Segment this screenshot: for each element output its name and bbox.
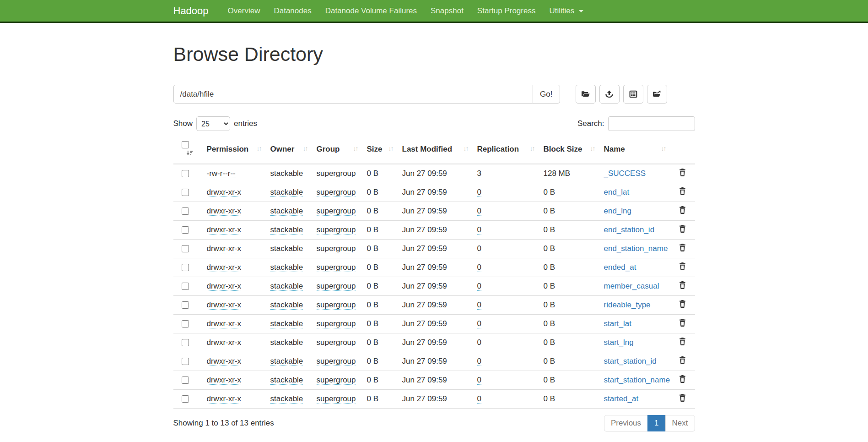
nav-item-datanodes[interactable]: Datanodes xyxy=(267,0,318,22)
replication-value[interactable]: 0 xyxy=(477,319,481,328)
row-checkbox[interactable] xyxy=(182,339,189,346)
permission-value[interactable]: -rw-r--r-- xyxy=(207,169,236,178)
column-header-replication[interactable]: Replication ↓↑ xyxy=(473,135,539,164)
row-checkbox[interactable] xyxy=(182,301,189,309)
group-value[interactable]: supergroup xyxy=(317,376,356,385)
group-value[interactable]: supergroup xyxy=(317,244,356,253)
permission-value[interactable]: drwxr-xr-x xyxy=(207,225,242,235)
file-name-link[interactable]: end_lat xyxy=(604,188,630,196)
file-name-link[interactable]: _SUCCESS xyxy=(604,169,646,178)
row-checkbox[interactable] xyxy=(182,207,189,215)
replication-value[interactable]: 0 xyxy=(477,357,481,366)
replication-value[interactable]: 0 xyxy=(477,394,481,404)
replication-value[interactable]: 0 xyxy=(477,225,481,235)
group-value[interactable]: supergroup xyxy=(317,338,356,347)
file-name-link[interactable]: started_at xyxy=(604,394,639,403)
delete-button[interactable] xyxy=(679,394,686,404)
row-checkbox[interactable] xyxy=(182,358,189,365)
permission-value[interactable]: drwxr-xr-x xyxy=(207,263,242,272)
row-checkbox[interactable] xyxy=(182,170,189,177)
replication-value[interactable]: 0 xyxy=(477,282,481,291)
row-checkbox[interactable] xyxy=(182,395,189,403)
group-value[interactable]: supergroup xyxy=(317,207,356,216)
navbar-brand[interactable]: Hadoop xyxy=(173,0,216,22)
permission-value[interactable]: drwxr-xr-x xyxy=(207,300,242,310)
nav-item-utilities[interactable]: Utilities xyxy=(542,0,590,22)
owner-value[interactable]: stackable xyxy=(270,225,303,235)
list-alt-button[interactable] xyxy=(623,85,643,104)
group-value[interactable]: supergroup xyxy=(317,225,356,235)
upload-button[interactable] xyxy=(599,85,620,104)
replication-value[interactable]: 0 xyxy=(477,338,481,347)
column-header-group[interactable]: Group ↓↑ xyxy=(312,135,362,164)
owner-value[interactable]: stackable xyxy=(270,300,303,310)
page-size-select[interactable]: 25 xyxy=(196,116,230,131)
directory-path-input[interactable] xyxy=(173,85,533,104)
delete-button[interactable] xyxy=(679,262,686,273)
group-value[interactable]: supergroup xyxy=(317,300,356,310)
row-checkbox[interactable] xyxy=(182,320,189,327)
owner-value[interactable]: stackable xyxy=(270,188,303,197)
nav-item-datanode-volume-failures[interactable]: Datanode Volume Failures xyxy=(318,0,424,22)
replication-value[interactable]: 0 xyxy=(477,207,481,216)
delete-button[interactable] xyxy=(679,319,686,329)
file-name-link[interactable]: member_casual xyxy=(604,282,659,290)
permission-value[interactable]: drwxr-xr-x xyxy=(207,338,242,347)
replication-value[interactable]: 0 xyxy=(477,376,481,385)
replication-value[interactable]: 0 xyxy=(477,188,481,197)
go-button[interactable]: Go! xyxy=(533,85,560,104)
select-all-checkbox[interactable] xyxy=(182,141,189,148)
delete-button[interactable] xyxy=(679,244,686,254)
permission-value[interactable]: drwxr-xr-x xyxy=(207,188,242,197)
pagination-next[interactable]: Next xyxy=(666,415,695,431)
row-checkbox[interactable] xyxy=(182,245,189,252)
file-name-link[interactable]: start_station_name xyxy=(604,376,670,384)
select-all-header[interactable] xyxy=(173,135,202,164)
row-checkbox[interactable] xyxy=(182,377,189,384)
row-checkbox[interactable] xyxy=(182,189,189,196)
delete-button[interactable] xyxy=(679,300,686,310)
file-name-link[interactable]: end_station_id xyxy=(604,225,655,234)
delete-button[interactable] xyxy=(679,281,686,291)
file-name-link[interactable]: end_lng xyxy=(604,207,632,215)
owner-value[interactable]: stackable xyxy=(270,169,303,178)
owner-value[interactable]: stackable xyxy=(270,376,303,385)
column-header-size[interactable]: Size ↓↑ xyxy=(362,135,398,164)
owner-value[interactable]: stackable xyxy=(270,357,303,366)
file-name-link[interactable]: start_lat xyxy=(604,319,631,328)
group-value[interactable]: supergroup xyxy=(317,169,356,178)
permission-value[interactable]: drwxr-xr-x xyxy=(207,357,242,366)
file-name-link[interactable]: start_lng xyxy=(604,338,634,347)
column-header-block-size[interactable]: Block Size ↓↑ xyxy=(539,135,599,164)
permission-value[interactable]: drwxr-xr-x xyxy=(207,207,242,216)
search-input[interactable] xyxy=(608,116,695,131)
folder-transfer-button[interactable] xyxy=(647,85,667,104)
delete-button[interactable] xyxy=(679,187,686,197)
delete-button[interactable] xyxy=(679,206,686,216)
group-value[interactable]: supergroup xyxy=(317,263,356,272)
file-name-link[interactable]: rideable_type xyxy=(604,300,651,309)
delete-button[interactable] xyxy=(679,356,686,366)
column-header-last-modified[interactable]: Last Modified ↓↑ xyxy=(398,135,473,164)
delete-button[interactable] xyxy=(679,338,686,348)
replication-value[interactable]: 0 xyxy=(477,263,481,272)
row-checkbox[interactable] xyxy=(182,264,189,271)
owner-value[interactable]: stackable xyxy=(270,244,303,253)
group-value[interactable]: supergroup xyxy=(317,319,356,328)
permission-value[interactable]: drwxr-xr-x xyxy=(207,244,242,253)
column-header-permission[interactable]: Permission ↓↑ xyxy=(202,135,266,164)
delete-button[interactable] xyxy=(679,225,686,235)
pagination-page-1[interactable]: 1 xyxy=(648,415,665,431)
column-header-name[interactable]: Name ↓↑ xyxy=(599,135,670,164)
delete-button[interactable] xyxy=(679,169,686,179)
group-value[interactable]: supergroup xyxy=(317,282,356,291)
group-value[interactable]: supergroup xyxy=(317,394,356,404)
column-header-owner[interactable]: Owner ↓↑ xyxy=(266,135,312,164)
file-name-link[interactable]: ended_at xyxy=(604,263,636,272)
nav-item-overview[interactable]: Overview xyxy=(221,0,267,22)
nav-item-startup-progress[interactable]: Startup Progress xyxy=(470,0,543,22)
owner-value[interactable]: stackable xyxy=(270,207,303,216)
permission-value[interactable]: drwxr-xr-x xyxy=(207,319,242,328)
permission-value[interactable]: drwxr-xr-x xyxy=(207,394,242,404)
replication-value[interactable]: 0 xyxy=(477,300,481,310)
